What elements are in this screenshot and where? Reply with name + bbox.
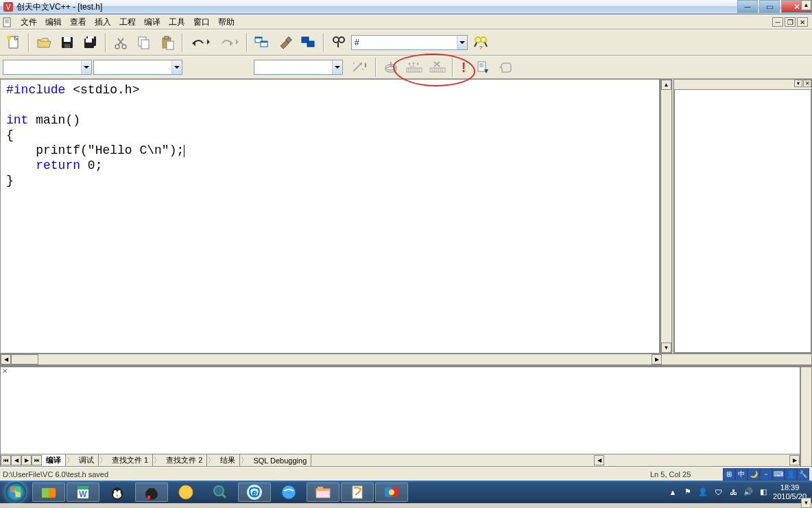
editor-vertical-scrollbar[interactable]: ▲ ▼ [660, 79, 672, 354]
task-item[interactable] [204, 483, 237, 502]
menu-insert[interactable]: 插入 [91, 15, 115, 30]
dropdown-arrow-icon[interactable] [457, 36, 467, 49]
scroll-track[interactable] [38, 354, 652, 365]
find-button[interactable] [328, 32, 350, 53]
scroll-down-button[interactable]: ▼ [801, 498, 811, 508]
menu-edit[interactable]: 编辑 [41, 15, 66, 30]
task-item[interactable] [307, 483, 339, 502]
compile-button[interactable] [380, 57, 402, 78]
menu-tools[interactable]: 工具 [165, 15, 189, 30]
task-item[interactable] [272, 483, 305, 502]
menu-view[interactable]: 查看 [66, 15, 91, 30]
dropdown-arrow-icon[interactable] [171, 60, 182, 74]
task-item[interactable] [32, 483, 65, 502]
workspace-panel-content[interactable] [674, 89, 811, 353]
menu-build[interactable]: 编译 [140, 15, 165, 30]
config-combo-3[interactable] [254, 60, 343, 75]
scroll-right-button[interactable]: ▶ [789, 455, 800, 465]
task-item[interactable]: e [238, 483, 271, 502]
mdi-minimize-button[interactable]: ─ [772, 17, 783, 27]
output-content[interactable] [1, 367, 800, 454]
start-button[interactable] [0, 481, 32, 503]
panel-dropdown-button[interactable]: ▾ [794, 80, 802, 87]
execute-button[interactable]: ! [457, 57, 470, 78]
editor-horizontal-scrollbar[interactable]: ◀ ▶ [0, 354, 812, 365]
tab-debug[interactable]: 调试 [75, 454, 99, 466]
tab-find2[interactable]: 查找文件 2 [162, 454, 207, 466]
dropdown-arrow-icon[interactable] [81, 60, 91, 74]
breakpoint-button[interactable] [495, 57, 517, 78]
task-item[interactable] [341, 483, 374, 502]
copy-button[interactable] [133, 32, 155, 53]
tab-results[interactable]: 结果 [216, 454, 240, 466]
save-button[interactable] [56, 32, 78, 53]
scroll-up-button[interactable]: ▲ [801, 0, 811, 10]
task-item[interactable] [101, 483, 134, 502]
scroll-right-button[interactable]: ▶ [652, 354, 662, 365]
go-button[interactable] [472, 57, 494, 78]
dropdown-arrow-icon[interactable] [332, 60, 342, 74]
deskband-item[interactable]: 👤 [785, 468, 797, 481]
tab-compile[interactable]: 编译 [42, 454, 66, 466]
panel-close-button[interactable]: ✕ [803, 80, 811, 87]
save-all-button[interactable] [80, 32, 102, 53]
task-item[interactable] [135, 483, 168, 502]
scroll-left-button[interactable]: ◀ [1, 354, 11, 365]
config-combo-1[interactable] [3, 60, 92, 75]
menu-window[interactable]: 窗口 [189, 15, 214, 30]
output-horizontal-scrollbar[interactable]: ◀ ▶ [594, 455, 800, 465]
panel-close-icon[interactable]: ✕ [2, 367, 8, 375]
tab-nav-next-button[interactable]: ▶ [21, 455, 32, 465]
workspace-button[interactable] [251, 32, 273, 53]
code-editor[interactable]: #include <stdio.h> int main() { printf("… [0, 79, 660, 354]
scroll-down-button[interactable]: ▼ [661, 343, 671, 353]
tray-network-icon[interactable]: 🖧 [728, 487, 739, 498]
task-item[interactable]: W [67, 483, 99, 502]
cut-button[interactable] [110, 32, 132, 53]
build-button[interactable] [274, 32, 296, 53]
find-combo[interactable]: # [351, 35, 468, 50]
tray-flag-icon[interactable]: ⚑ [682, 487, 693, 498]
tab-find1[interactable]: 查找文件 1 [108, 454, 153, 466]
output-button[interactable] [298, 32, 320, 53]
tray-volume-icon[interactable]: 🔊 [743, 487, 754, 498]
mdi-restore-button[interactable]: ❐ [785, 17, 796, 27]
tab-nav-prev-button[interactable]: ◀ [11, 455, 21, 465]
scroll-thumb[interactable] [11, 354, 38, 365]
scroll-left-button[interactable]: ◀ [594, 455, 604, 465]
open-button[interactable] [33, 32, 55, 53]
tab-sql[interactable]: SQL Debugging [249, 454, 311, 466]
undo-button[interactable] [187, 32, 214, 53]
wand-button[interactable] [344, 57, 372, 78]
redo-button[interactable] [215, 32, 243, 53]
output-vertical-scrollbar[interactable]: ▲ ▼ [800, 367, 812, 467]
deskband-item[interactable]: 🌙 [748, 468, 760, 481]
paste-button[interactable] [156, 32, 178, 53]
menu-help[interactable]: 帮助 [214, 15, 239, 30]
tray-shield-icon[interactable]: 🛡 [713, 487, 724, 498]
deskband-item[interactable]: ⊞ [723, 468, 735, 481]
stop-build-button[interactable] [427, 57, 449, 78]
maximize-button[interactable]: ▭ [759, 0, 780, 13]
task-item[interactable] [169, 483, 202, 502]
tray-show-hidden-icon[interactable]: ▲ [667, 487, 678, 498]
tab-nav-last-button[interactable]: ⏭ [32, 455, 42, 465]
deskband-ime[interactable]: 中 [735, 468, 748, 481]
config-combo-2[interactable] [93, 60, 182, 75]
tray-app-icon[interactable]: ◧ [758, 487, 769, 498]
menu-file[interactable]: 文件 [16, 15, 41, 30]
build-project-button[interactable] [403, 57, 425, 78]
deskband-item[interactable]: ⌨ [772, 468, 785, 481]
tab-nav-first-button[interactable]: ⏮ [1, 455, 11, 465]
minimize-button[interactable]: ─ [737, 0, 758, 13]
svg-point-18 [115, 45, 119, 49]
task-item[interactable] [375, 483, 408, 502]
tray-user-icon[interactable]: 👤 [697, 487, 708, 498]
menu-project[interactable]: 工程 [115, 15, 140, 30]
mdi-close-button[interactable]: ✕ [797, 17, 808, 27]
deskband-item[interactable]: 🔧 [797, 468, 809, 481]
find-in-files-button[interactable]: ? [469, 32, 494, 53]
scroll-up-button[interactable]: ▲ [661, 80, 671, 90]
deskband-item[interactable]: ◦◦ [760, 468, 772, 481]
new-file-button[interactable] [3, 32, 25, 53]
